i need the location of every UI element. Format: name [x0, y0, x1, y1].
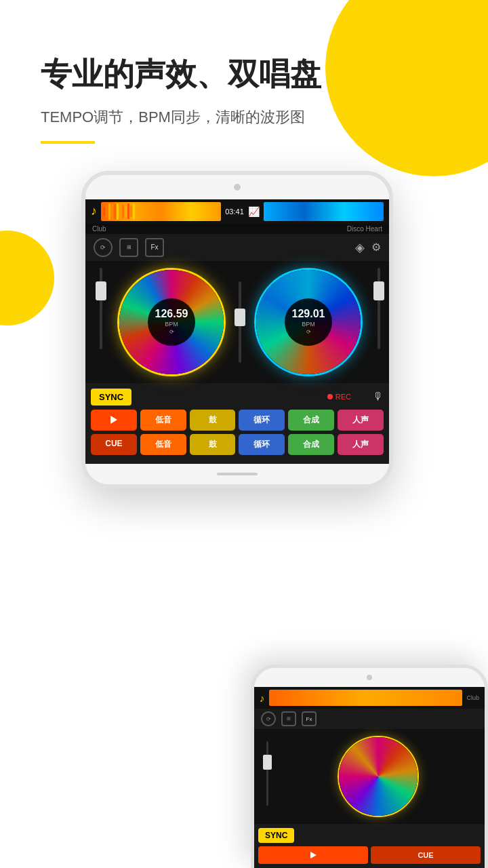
sync-button[interactable]: SYNC [91, 389, 131, 406]
right-turntable-container: 129.01 BPM ⟳ [248, 268, 369, 376]
dj2-fader-handle[interactable] [263, 755, 272, 770]
vocal-button-2[interactable]: 人声 [338, 434, 384, 455]
diamond-icon[interactable]: ◈ [355, 240, 365, 255]
phone-side-right [390, 243, 393, 277]
cue-button[interactable]: CUE [91, 434, 137, 455]
dj2-sync-button[interactable]: SYNC [258, 828, 294, 843]
pitch-icon-right: ⟳ [306, 329, 311, 335]
settings-icon[interactable]: ⚙ [371, 241, 381, 254]
left-fader-track [100, 268, 102, 349]
phone-side-buttons [81, 229, 84, 285]
phone-mockup-container: ♪ [0, 171, 488, 488]
effect-row-1: 低音 鼓 循环 合成 人声 [91, 410, 384, 431]
sync-rec-row: SYNC REC 🎙 [91, 389, 384, 406]
phone-camera [234, 184, 241, 191]
dj2-cue-button[interactable]: CUE [371, 846, 481, 864]
bass-button-2[interactable]: 低音 [140, 434, 186, 455]
phone2-top-bar [254, 668, 485, 687]
home-indicator [217, 473, 258, 475]
phone2-camera [367, 675, 372, 680]
track-right-name: Disco Heart [347, 225, 382, 233]
dj2-turntable-wrapper [277, 736, 479, 817]
loop-button-2[interactable]: 循环 [239, 434, 285, 455]
track-name-2: Club [466, 694, 479, 701]
microphone-icon[interactable]: 🎙 [373, 391, 384, 403]
fx-button[interactable]: Fx [145, 238, 164, 257]
dj2-loop-btn[interactable]: ⟳ [261, 711, 276, 726]
rec-button[interactable]: REC [327, 393, 351, 401]
waveform-right [264, 202, 384, 221]
play-button[interactable] [91, 410, 137, 431]
bpm-value-right: 129.01 [292, 309, 325, 319]
dj2-fader-track [266, 741, 268, 806]
turntable-center-left: 126.59 BPM ⟳ [148, 298, 195, 346]
loop-button[interactable]: ⟳ [94, 238, 113, 257]
dj2-turntable[interactable] [338, 736, 419, 817]
volume-up-button [81, 229, 84, 254]
yellow-divider [41, 141, 95, 144]
track-time: 03:41 [225, 208, 244, 216]
bass-button-1[interactable]: 低音 [140, 410, 186, 431]
left-fader-handle[interactable] [96, 281, 106, 300]
dj-screen-2: ♪ Club ⟳ ⊞ Fx [254, 687, 485, 868]
second-phone-container: ♪ Club ⟳ ⊞ Fx [251, 665, 488, 868]
center-fader-track [239, 281, 241, 363]
right-fader[interactable] [369, 268, 389, 376]
phone-main: ♪ [81, 171, 393, 488]
dj2-fx-btn[interactable]: Fx [302, 711, 317, 726]
left-fader[interactable] [91, 268, 111, 376]
turntable-center-right: 129.01 BPM ⟳ [285, 298, 332, 346]
dj2-turntable-area [254, 729, 485, 824]
eq-button[interactable]: ⊞ [119, 238, 138, 257]
right-turntable[interactable]: 129.01 BPM ⟳ [254, 268, 363, 376]
bpm-value-left: 126.59 [155, 309, 188, 319]
dj2-sync-row: SYNC [258, 828, 481, 843]
vocal-button-1[interactable]: 人声 [338, 410, 384, 431]
left-turntable[interactable]: 126.59 BPM ⟳ [117, 268, 226, 376]
music-note-icon: ♪ [91, 204, 97, 218]
subtitle: TEMPO调节，BPM同步，清晰的波形图 [41, 107, 447, 127]
turntable-area: 126.59 BPM ⟳ [85, 261, 389, 383]
synth-button-1[interactable]: 合成 [288, 410, 334, 431]
heartbeat-icon: 📈 [248, 206, 260, 217]
second-phone: ♪ Club ⟳ ⊞ Fx [251, 665, 488, 868]
dj2-header: ♪ Club [254, 687, 485, 709]
controls-row: ⟳ ⊞ Fx ◈ ⚙ [85, 234, 389, 261]
dj2-fader[interactable] [260, 736, 274, 817]
synth-button-2[interactable]: 合成 [288, 434, 334, 455]
dj2-eq-btn[interactable]: ⊞ [281, 711, 296, 726]
bpm-label-left: BPM [165, 321, 178, 328]
bpm-label-right: BPM [302, 321, 315, 328]
rec-indicator [327, 394, 333, 399]
dj2-turntable-color [339, 737, 418, 816]
drum-button-1[interactable]: 鼓 [190, 410, 236, 431]
phone-top-bar [85, 175, 389, 199]
right-fader-track [378, 268, 380, 349]
music-note-2: ♪ [260, 692, 265, 704]
pitch-icon-left: ⟳ [169, 329, 174, 335]
effect-row-2: CUE 低音 鼓 循环 合成 人声 [91, 434, 384, 455]
header-section: 专业的声效、双唱盘 TEMPO调节，BPM同步，清晰的波形图 [0, 0, 488, 157]
play-icon [110, 416, 117, 424]
track-left-name: Club [92, 225, 106, 233]
left-turntable-container: 126.59 BPM ⟳ [111, 268, 232, 376]
power-button [390, 243, 393, 277]
right-fader-handle[interactable] [373, 281, 384, 300]
center-fader-handle[interactable] [235, 309, 245, 326]
dj2-bottom-controls: SYNC CUE [254, 824, 485, 868]
bottom-controls: SYNC REC 🎙 低音 鼓 循环 [85, 383, 389, 464]
dj2-play-icon [310, 852, 317, 859]
center-crossfader[interactable] [232, 281, 248, 363]
phone-bottom-bar [85, 464, 389, 484]
volume-down-button [81, 260, 84, 285]
dj2-play-button[interactable] [258, 846, 368, 864]
loop-button-1[interactable]: 循环 [239, 410, 285, 431]
main-title: 专业的声效、双唱盘 [41, 54, 447, 95]
waveform-2 [269, 690, 463, 706]
waveform-left [101, 202, 221, 221]
drum-button-2[interactable]: 鼓 [190, 434, 236, 455]
dj2-effect-row: CUE [258, 846, 481, 864]
dj-app-screen: ♪ [85, 199, 389, 464]
dj2-controls-row: ⟳ ⊞ Fx [254, 709, 485, 729]
